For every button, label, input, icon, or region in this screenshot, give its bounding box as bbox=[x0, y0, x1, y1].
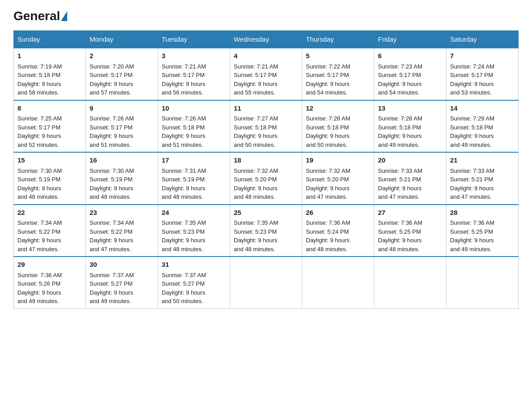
calendar-cell: 23Sunrise: 7:34 AMSunset: 5:22 PMDayligh… bbox=[86, 205, 158, 257]
daylight-minutes: and 56 minutes. bbox=[162, 89, 203, 96]
sunrise-text: Sunrise: 7:26 AM bbox=[90, 115, 134, 122]
daylight-minutes: and 47 minutes. bbox=[378, 193, 420, 200]
sunset-text: Sunset: 5:18 PM bbox=[234, 124, 277, 131]
daylight-minutes: and 48 minutes. bbox=[90, 193, 131, 200]
sunset-text: Sunset: 5:18 PM bbox=[162, 124, 205, 131]
day-number: 12 bbox=[306, 103, 370, 114]
daylight-minutes: and 49 minutes. bbox=[378, 141, 420, 148]
daylight-text: Daylight: 9 hours bbox=[306, 185, 350, 192]
daylight-text: Daylight: 9 hours bbox=[90, 133, 133, 139]
day-number: 29 bbox=[17, 260, 82, 270]
daylight-minutes: and 48 minutes. bbox=[17, 193, 59, 200]
daylight-text: Daylight: 9 hours bbox=[378, 185, 422, 192]
sunset-text: Sunset: 5:21 PM bbox=[378, 176, 421, 183]
calendar-cell: 12Sunrise: 7:28 AMSunset: 5:18 PMDayligh… bbox=[302, 100, 374, 153]
sunrise-text: Sunrise: 7:35 AM bbox=[234, 219, 278, 226]
calendar-week-row: 15Sunrise: 7:30 AMSunset: 5:19 PMDayligh… bbox=[14, 152, 519, 205]
weekday-header-monday: Monday bbox=[86, 31, 158, 48]
sunset-text: Sunset: 5:19 PM bbox=[162, 176, 205, 183]
calendar-cell: 29Sunrise: 7:36 AMSunset: 5:26 PMDayligh… bbox=[14, 257, 86, 308]
day-number: 25 bbox=[234, 208, 298, 218]
daylight-text: Daylight: 9 hours bbox=[17, 133, 61, 139]
daylight-text: Daylight: 9 hours bbox=[306, 133, 350, 139]
calendar-cell: 17Sunrise: 7:31 AMSunset: 5:19 PMDayligh… bbox=[158, 152, 230, 205]
daylight-text: Daylight: 9 hours bbox=[450, 185, 494, 192]
sunset-text: Sunset: 5:27 PM bbox=[162, 280, 205, 287]
daylight-minutes: and 54 minutes. bbox=[378, 89, 420, 96]
calendar-week-row: 8Sunrise: 7:25 AMSunset: 5:17 PMDaylight… bbox=[14, 100, 519, 153]
sunrise-text: Sunrise: 7:28 AM bbox=[306, 115, 350, 122]
calendar-cell: 2Sunrise: 7:20 AMSunset: 5:17 PMDaylight… bbox=[86, 48, 158, 100]
sunrise-text: Sunrise: 7:21 AM bbox=[162, 63, 206, 70]
sunrise-text: Sunrise: 7:36 AM bbox=[378, 219, 422, 226]
daylight-text: Daylight: 9 hours bbox=[234, 185, 278, 192]
sunset-text: Sunset: 5:26 PM bbox=[17, 280, 60, 287]
sunset-text: Sunset: 5:17 PM bbox=[162, 72, 205, 78]
sunset-text: Sunset: 5:18 PM bbox=[378, 124, 421, 131]
logo-general-text: General bbox=[13, 9, 60, 23]
daylight-text: Daylight: 9 hours bbox=[450, 237, 494, 244]
daylight-text: Daylight: 9 hours bbox=[17, 237, 61, 244]
daylight-text: Daylight: 9 hours bbox=[378, 133, 422, 139]
daylight-minutes: and 54 minutes. bbox=[306, 89, 348, 96]
daylight-minutes: and 48 minutes. bbox=[234, 246, 275, 253]
sunset-text: Sunset: 5:22 PM bbox=[17, 228, 60, 235]
calendar-cell: 31Sunrise: 7:37 AMSunset: 5:27 PMDayligh… bbox=[158, 257, 230, 308]
daylight-text: Daylight: 9 hours bbox=[17, 81, 61, 87]
weekday-header-row: SundayMondayTuesdayWednesdayThursdayFrid… bbox=[14, 31, 519, 48]
sunset-text: Sunset: 5:25 PM bbox=[378, 228, 421, 235]
sunrise-text: Sunrise: 7:36 AM bbox=[17, 272, 62, 278]
day-number: 13 bbox=[378, 103, 442, 114]
day-number: 23 bbox=[90, 208, 154, 218]
daylight-minutes: and 47 minutes. bbox=[306, 193, 348, 200]
sunrise-text: Sunrise: 7:28 AM bbox=[378, 115, 422, 122]
daylight-minutes: and 49 minutes. bbox=[90, 298, 131, 304]
sunset-text: Sunset: 5:20 PM bbox=[306, 176, 349, 183]
day-number: 5 bbox=[306, 51, 370, 61]
calendar-cell bbox=[230, 257, 302, 308]
daylight-text: Daylight: 9 hours bbox=[450, 81, 494, 87]
day-number: 28 bbox=[450, 208, 515, 218]
daylight-minutes: and 58 minutes. bbox=[17, 89, 59, 96]
calendar-cell: 22Sunrise: 7:34 AMSunset: 5:22 PMDayligh… bbox=[14, 205, 86, 257]
day-number: 16 bbox=[90, 155, 154, 166]
sunrise-text: Sunrise: 7:20 AM bbox=[90, 63, 134, 70]
daylight-text: Daylight: 9 hours bbox=[90, 289, 133, 296]
calendar-cell: 16Sunrise: 7:30 AMSunset: 5:19 PMDayligh… bbox=[86, 152, 158, 205]
logo-triangle-icon bbox=[61, 11, 67, 21]
calendar-cell bbox=[374, 257, 446, 308]
daylight-minutes: and 49 minutes. bbox=[450, 141, 492, 148]
calendar-cell: 7Sunrise: 7:24 AMSunset: 5:17 PMDaylight… bbox=[446, 48, 519, 100]
sunset-text: Sunset: 5:17 PM bbox=[450, 72, 493, 78]
sunset-text: Sunset: 5:22 PM bbox=[90, 228, 133, 235]
sunset-text: Sunset: 5:17 PM bbox=[90, 124, 133, 131]
calendar-cell: 27Sunrise: 7:36 AMSunset: 5:25 PMDayligh… bbox=[374, 205, 446, 257]
daylight-minutes: and 48 minutes. bbox=[378, 246, 420, 253]
daylight-minutes: and 50 minutes. bbox=[234, 141, 275, 148]
calendar-cell: 14Sunrise: 7:29 AMSunset: 5:18 PMDayligh… bbox=[446, 100, 519, 153]
daylight-text: Daylight: 9 hours bbox=[234, 237, 278, 244]
weekday-header-saturday: Saturday bbox=[446, 31, 519, 48]
sunrise-text: Sunrise: 7:31 AM bbox=[162, 167, 206, 174]
calendar-cell: 11Sunrise: 7:27 AMSunset: 5:18 PMDayligh… bbox=[230, 100, 302, 153]
daylight-minutes: and 51 minutes. bbox=[162, 141, 203, 148]
sunset-text: Sunset: 5:17 PM bbox=[90, 72, 133, 78]
day-number: 10 bbox=[162, 103, 226, 114]
sunset-text: Sunset: 5:17 PM bbox=[306, 72, 349, 78]
day-number: 7 bbox=[450, 51, 515, 61]
daylight-text: Daylight: 9 hours bbox=[17, 185, 61, 192]
day-number: 11 bbox=[234, 103, 298, 114]
sunrise-text: Sunrise: 7:36 AM bbox=[306, 219, 350, 226]
calendar-cell: 25Sunrise: 7:35 AMSunset: 5:23 PMDayligh… bbox=[230, 205, 302, 257]
sunset-text: Sunset: 5:24 PM bbox=[306, 228, 349, 235]
daylight-minutes: and 49 minutes. bbox=[17, 298, 59, 304]
daylight-text: Daylight: 9 hours bbox=[162, 133, 206, 139]
calendar-table: SundayMondayTuesdayWednesdayThursdayFrid… bbox=[13, 30, 519, 309]
sunset-text: Sunset: 5:19 PM bbox=[17, 176, 60, 183]
daylight-minutes: and 50 minutes. bbox=[162, 298, 203, 304]
calendar-cell bbox=[302, 257, 374, 308]
day-number: 8 bbox=[17, 103, 82, 114]
sunrise-text: Sunrise: 7:33 AM bbox=[378, 167, 422, 174]
daylight-minutes: and 47 minutes. bbox=[450, 193, 492, 200]
day-number: 14 bbox=[450, 103, 515, 114]
